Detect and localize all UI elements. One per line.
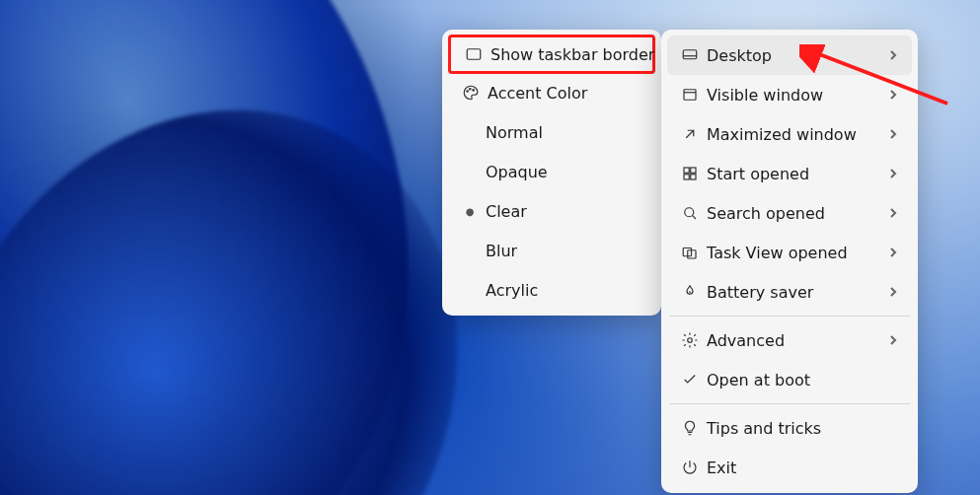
chevron-right-icon bbox=[884, 208, 902, 218]
menu-item-label: Open at boot bbox=[703, 371, 902, 389]
menu-item-label: Search opened bbox=[703, 204, 884, 223]
svg-rect-6 bbox=[684, 168, 689, 173]
desktop-icon bbox=[677, 46, 703, 64]
menu-item-label: Opaque bbox=[482, 163, 645, 181]
menu-item-accent-color[interactable]: Accent Color bbox=[448, 73, 655, 112]
svg-point-2 bbox=[470, 89, 472, 91]
chevron-right-icon bbox=[884, 169, 902, 178]
menu-item-advanced[interactable]: Advanced bbox=[667, 320, 912, 360]
svg-point-3 bbox=[473, 90, 475, 92]
menu-item-label: Normal bbox=[482, 123, 645, 142]
chevron-right-icon bbox=[884, 50, 902, 60]
menu-item-desktop[interactable]: Desktop bbox=[667, 35, 912, 75]
context-menu-main: Desktop Visible window Maximized window … bbox=[661, 30, 918, 493]
chevron-right-icon bbox=[884, 248, 902, 257]
border-icon bbox=[461, 45, 487, 63]
menu-item-label: Exit bbox=[703, 459, 902, 477]
menu-item-tips-tricks[interactable]: Tips and tricks bbox=[667, 408, 912, 448]
menu-separator bbox=[669, 316, 910, 317]
svg-point-13 bbox=[688, 338, 693, 343]
menu-item-search-opened[interactable]: Search opened bbox=[667, 193, 912, 233]
menu-item-label: Start opened bbox=[703, 165, 884, 183]
chevron-right-icon bbox=[884, 335, 902, 345]
svg-rect-4 bbox=[683, 50, 697, 59]
start-icon bbox=[677, 165, 703, 182]
svg-rect-9 bbox=[691, 175, 696, 179]
menu-item-label: Advanced bbox=[703, 331, 884, 350]
svg-rect-0 bbox=[467, 49, 481, 60]
menu-item-blur[interactable]: Blur bbox=[448, 231, 655, 270]
chevron-right-icon bbox=[884, 287, 902, 297]
menu-item-acrylic[interactable]: Acrylic bbox=[448, 270, 655, 310]
menu-separator bbox=[669, 403, 910, 404]
menu-item-label: Desktop bbox=[703, 46, 884, 65]
menu-item-label: Blur bbox=[482, 242, 645, 260]
menu-item-label: Task View opened bbox=[703, 244, 884, 262]
palette-icon bbox=[458, 84, 484, 102]
window-icon bbox=[677, 86, 703, 104]
chevron-right-icon bbox=[884, 129, 902, 139]
svg-point-1 bbox=[467, 91, 469, 93]
lightbulb-icon bbox=[677, 419, 703, 437]
menu-item-start-opened[interactable]: Start opened bbox=[667, 154, 912, 193]
menu-item-show-taskbar-border[interactable]: Show taskbar border bbox=[448, 35, 655, 74]
menu-item-label: Acrylic bbox=[482, 281, 645, 300]
menu-item-normal[interactable]: Normal bbox=[448, 112, 655, 152]
battery-saver-icon bbox=[677, 283, 703, 301]
svg-rect-7 bbox=[691, 168, 696, 173]
menu-item-label: Visible window bbox=[703, 86, 884, 105]
menu-item-opaque[interactable]: Opaque bbox=[448, 152, 655, 191]
search-icon bbox=[677, 204, 703, 222]
radio-bullet-selected: ● bbox=[458, 206, 482, 217]
menu-item-label: Show taskbar border bbox=[487, 45, 654, 64]
check-icon bbox=[677, 371, 703, 389]
menu-item-label: Maximized window bbox=[703, 125, 884, 144]
svg-rect-5 bbox=[684, 90, 696, 101]
menu-item-exit[interactable]: Exit bbox=[667, 448, 912, 487]
menu-item-visible-window[interactable]: Visible window bbox=[667, 75, 912, 114]
task-view-icon bbox=[677, 244, 703, 261]
menu-item-label: Accent Color bbox=[484, 84, 645, 103]
menu-item-clear[interactable]: ● Clear bbox=[448, 191, 655, 231]
maximize-icon bbox=[677, 125, 703, 143]
svg-rect-8 bbox=[684, 175, 689, 179]
menu-item-label: Tips and tricks bbox=[703, 419, 902, 438]
menu-item-label: Clear bbox=[482, 202, 645, 221]
power-icon bbox=[677, 459, 703, 476]
menu-item-open-at-boot[interactable]: Open at boot bbox=[667, 360, 912, 399]
menu-item-task-view-opened[interactable]: Task View opened bbox=[667, 233, 912, 272]
submenu-taskbar-style: Show taskbar border Accent Color Normal … bbox=[442, 30, 661, 316]
menu-item-label: Battery saver bbox=[703, 283, 884, 302]
menu-item-battery-saver[interactable]: Battery saver bbox=[667, 272, 912, 312]
svg-point-10 bbox=[685, 208, 694, 217]
menu-item-maximized-window[interactable]: Maximized window bbox=[667, 114, 912, 154]
chevron-right-icon bbox=[884, 90, 902, 100]
gear-icon bbox=[677, 331, 703, 349]
